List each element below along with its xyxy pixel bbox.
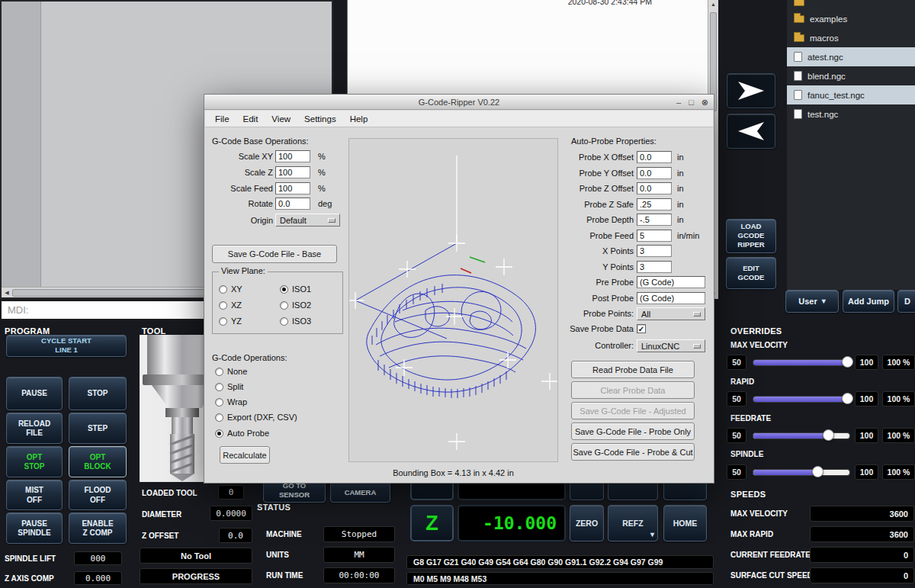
probe-y-offset-input[interactable] [637, 167, 672, 179]
scale-z-label: Scale Z [210, 168, 273, 177]
save-gcode-probe-only-button[interactable]: Save G-Code File - Probe Only [571, 423, 695, 440]
scroll-up-icon[interactable]: ▲ [708, 2, 718, 7]
probe-z-offset-input[interactable] [637, 182, 672, 194]
reload-file-button[interactable]: RELOADFILE [6, 413, 63, 444]
probe-z-safe-input[interactable] [637, 198, 672, 210]
z-zero-button[interactable]: ZERO [570, 505, 604, 541]
slider-handle[interactable] [842, 356, 853, 368]
radio-view-iso1[interactable]: ISO1 [280, 284, 311, 294]
radio-view-xz[interactable]: XZ [219, 300, 242, 310]
gcode-ripper-window: G-Code-Ripper V0.22 – □ ⊗ File Edit View… [204, 94, 714, 484]
edit-gcode-button[interactable]: EDIT GCODE [726, 257, 776, 289]
pause-spindle-button[interactable]: PAUSESPINDLE [6, 512, 63, 544]
y-points-label: Y Points [544, 262, 634, 272]
recalculate-button[interactable]: Recalculate [220, 446, 270, 464]
z-ref-button[interactable]: REFZ ▾ [608, 505, 658, 541]
window-maximize-icon[interactable]: □ [689, 98, 694, 107]
folder-icon [794, 0, 804, 6]
read-probe-data-button[interactable]: Read Probe Data File [571, 361, 695, 378]
slider-handle[interactable] [842, 393, 853, 404]
window-title: G-Code-Ripper V0.22 [419, 98, 499, 107]
override-min-value: 50 [727, 464, 746, 480]
radio-view-iso2[interactable]: ISO2 [280, 300, 311, 310]
mist-off-button[interactable]: MISTOFF [6, 480, 63, 510]
radio-view-iso3[interactable]: ISO3 [280, 316, 311, 326]
probe-points-dropdown[interactable]: All [637, 307, 705, 320]
menu-settings[interactable]: Settings [297, 112, 343, 126]
radio-op-auto-probe[interactable]: Auto Probe [215, 429, 269, 438]
scale-feed-input[interactable] [275, 182, 310, 194]
clipped-button[interactable]: D [897, 290, 915, 313]
arrow-left-icon [735, 118, 767, 144]
tool-name-display: No Tool [140, 548, 252, 564]
max-velocity-slider[interactable] [753, 359, 850, 366]
file-row[interactable]: examples [787, 9, 915, 28]
origin-dropdown[interactable]: Default [275, 214, 340, 227]
override-max-value: 100 [855, 391, 878, 406]
file-row[interactable]: blend.ngc [787, 66, 915, 85]
post-probe-input[interactable] [637, 292, 705, 304]
override-percent-value: 100 % [882, 391, 915, 406]
file-row[interactable]: macros [787, 28, 915, 47]
probe-x-offset-input[interactable] [637, 151, 672, 163]
loaded-tool-label: LOADED TOOL [142, 489, 197, 497]
save-gcode-base-button[interactable]: Save G-Code File - Base [212, 245, 337, 263]
save-gcode-probe-cut-button[interactable]: Save G-Code File - Probe & Cut [571, 443, 695, 461]
y-points-input[interactable] [637, 261, 672, 273]
scale-xy-label: Scale XY [210, 152, 273, 161]
opt-stop-button[interactable]: OPTSTOP [6, 446, 63, 477]
save-probe-data-checkbox[interactable]: ✓ [637, 324, 646, 333]
dropdown-indicator-icon [328, 218, 336, 223]
enable-z-comp-button[interactable]: ENABLEZ COMP [69, 512, 127, 544]
scale-xy-input[interactable] [275, 150, 310, 162]
file-row[interactable]: test.ngc [787, 104, 915, 124]
file-row-selected[interactable]: fanuc_test.ngc [787, 85, 915, 104]
slider-handle[interactable] [823, 429, 834, 441]
add-jump-button[interactable]: Add Jump [843, 290, 894, 313]
probe-plot-wireframe [349, 139, 557, 461]
scroll-left-icon[interactable]: ◀ [2, 290, 12, 296]
jog-arrow-right-button[interactable] [727, 73, 775, 108]
editor-gutter [2, 2, 41, 287]
probe-points-value: All [641, 310, 650, 319]
pause-button[interactable]: PAUSE [6, 377, 63, 410]
current-feedrate-value: 0 [810, 547, 914, 563]
caret-down-icon: ▾ [822, 297, 826, 306]
radio-view-xy[interactable]: XY [219, 284, 242, 294]
pre-probe-input[interactable] [637, 276, 705, 288]
rapid-override-label: RAPID [730, 378, 754, 386]
radio-op-export[interactable]: Export (DXF, CSV) [215, 413, 297, 422]
stop-button[interactable]: STOP [69, 377, 127, 410]
file-row-selected[interactable]: atest.ngc [787, 47, 915, 66]
window-minimize-icon[interactable]: – [676, 98, 681, 107]
window-titlebar[interactable]: G-Code-Ripper V0.22 – □ ⊗ [204, 95, 714, 110]
rotate-input[interactable] [275, 198, 310, 210]
window-close-icon[interactable]: ⊗ [702, 98, 708, 108]
rapid-slider[interactable] [753, 396, 850, 403]
scale-z-input[interactable] [275, 166, 310, 178]
radio-op-split[interactable]: Split [215, 382, 243, 391]
menu-edit[interactable]: Edit [236, 112, 265, 126]
flood-off-button[interactable]: FLOODOFF [69, 480, 127, 510]
spindle-slider[interactable] [753, 469, 850, 476]
menu-file[interactable]: File [208, 112, 236, 126]
radio-op-wrap[interactable]: Wrap [215, 397, 247, 406]
menu-help[interactable]: Help [343, 112, 375, 126]
cycle-start-button[interactable]: CYCLE START LINE 1 [6, 335, 127, 357]
jog-arrow-left-button[interactable] [727, 114, 775, 149]
radio-op-none[interactable]: None [215, 367, 247, 376]
radio-view-yz[interactable]: YZ [219, 316, 242, 326]
probe-feed-input[interactable] [637, 230, 672, 242]
opt-block-button[interactable]: OPTBLOCK [69, 446, 127, 477]
x-points-input[interactable] [637, 245, 672, 257]
probe-depth-input[interactable] [637, 214, 672, 226]
menu-view[interactable]: View [265, 112, 297, 126]
units-value: MM [323, 547, 395, 563]
step-button[interactable]: STEP [69, 413, 127, 444]
slider-handle[interactable] [812, 466, 824, 477]
controller-dropdown[interactable]: LinuxCNC [637, 339, 705, 352]
load-gcode-ripper-button[interactable]: LOAD GCODE RIPPER [726, 219, 776, 253]
feedrate-slider[interactable] [753, 432, 850, 439]
z-home-button[interactable]: HOME [663, 505, 707, 541]
user-button[interactable]: User ▾ [785, 290, 839, 313]
